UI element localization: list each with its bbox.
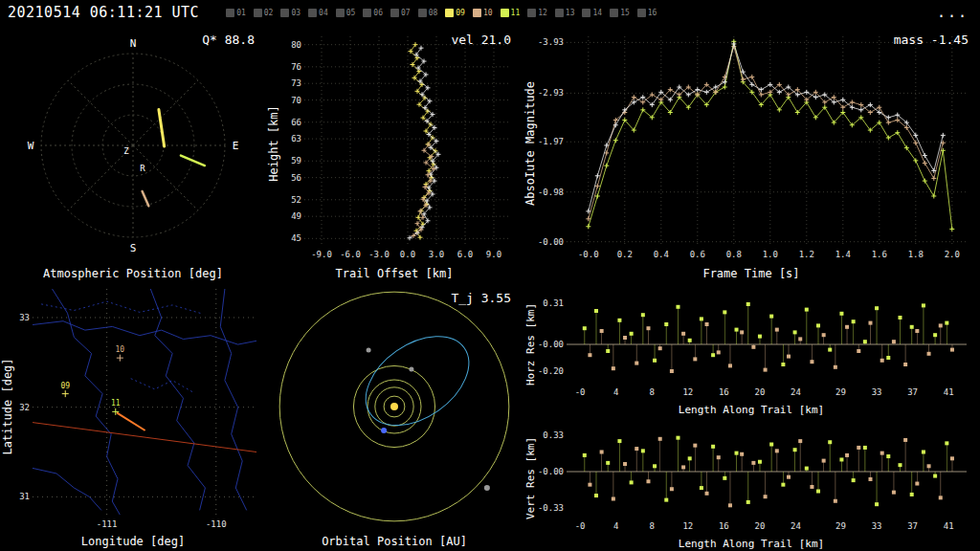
svg-text:W: W: [28, 140, 34, 152]
station-indicator-06[interactable]: 06: [363, 9, 383, 17]
station-swatch-icon: [637, 9, 646, 17]
panel-light-curve: mass -1.45 AbsoIute Magnitude -0.00.20.4…: [523, 25, 980, 283]
trail-offset-axis-label: Trail Offset [km]: [266, 267, 523, 280]
svg-text:29: 29: [835, 521, 846, 531]
station-swatch-icon: [226, 9, 234, 17]
svg-text:76: 76: [291, 62, 301, 72]
station-indicator-13[interactable]: 13: [555, 9, 575, 17]
svg-text:-0.20: -0.20: [538, 366, 564, 376]
svg-text:-3.93: -3.93: [538, 37, 564, 47]
svg-text:-0.98: -0.98: [538, 187, 564, 197]
station-swatch-icon: [445, 9, 454, 17]
q-value-label: Q* 88.8: [202, 33, 255, 47]
trail-offset-chart: -9.0-6.0-3.00.03.06.09.04549525659636670…: [279, 29, 519, 262]
atmospheric-position-polar-plot: NSWEZR: [17, 31, 249, 260]
svg-text:37: 37: [907, 521, 918, 531]
svg-text:1.0: 1.0: [763, 250, 778, 259]
svg-text:Z: Z: [123, 146, 129, 156]
vertical-residuals-chart: -04812162024293337410.33-0.00-0.33: [534, 419, 976, 534]
station-indicator-10[interactable]: 10: [473, 9, 493, 17]
svg-text:49: 49: [291, 211, 301, 221]
station-indicator-09[interactable]: 09: [445, 9, 465, 17]
svg-text:0.0: 0.0: [400, 250, 415, 259]
station-number: 16: [648, 9, 657, 17]
svg-text:4: 4: [613, 387, 618, 397]
svg-text:-0.00: -0.00: [538, 237, 564, 247]
station-swatch-icon: [363, 9, 371, 17]
svg-text:32: 32: [19, 403, 30, 412]
svg-text:-111: -111: [97, 519, 118, 529]
svg-text:37: 37: [907, 387, 918, 397]
svg-text:-0.0: -0.0: [578, 250, 599, 259]
station-indicator-03[interactable]: 03: [280, 9, 301, 17]
station-indicator-16[interactable]: 16: [637, 9, 657, 17]
light-curve-chart: -0.00.20.40.60.81.01.21.41.61.82.0-3.93-…: [534, 29, 976, 262]
station-indicator-05[interactable]: 05: [336, 9, 356, 17]
station-indicator-04[interactable]: 04: [308, 9, 328, 17]
station-indicator-15[interactable]: 15: [610, 9, 630, 17]
svg-text:-9.0: -9.0: [311, 250, 332, 259]
svg-text:-0: -0: [575, 387, 586, 397]
station-swatch-icon: [501, 9, 509, 17]
svg-text:59: 59: [291, 156, 301, 165]
svg-text:41: 41: [944, 387, 954, 397]
svg-text:4: 4: [613, 521, 618, 531]
station-indicator-14[interactable]: 14: [582, 9, 602, 17]
station-swatch-icon: [610, 9, 618, 17]
svg-text:20: 20: [755, 521, 766, 531]
station-swatch-icon: [308, 9, 317, 17]
station-number: 03: [291, 9, 301, 17]
station-swatch-icon: [280, 9, 289, 17]
svg-text:56: 56: [291, 173, 301, 183]
horz-length-axis-label: Length Along Trail [km]: [523, 404, 980, 416]
station-indicator-11[interactable]: 11: [501, 9, 521, 17]
svg-text:8: 8: [650, 521, 655, 531]
station-indicator-01[interactable]: 01: [226, 9, 246, 17]
panel-horizontal-residuals: Horz Res [km] -04812162024293337410.31-0…: [523, 283, 980, 417]
station-swatch-icon: [390, 9, 399, 17]
svg-text:09: 09: [60, 382, 70, 390]
height-axis-label: Height [km]: [267, 105, 280, 181]
station-swatch-icon: [582, 9, 590, 17]
station-indicator-12[interactable]: 12: [527, 9, 547, 17]
svg-text:1.8: 1.8: [908, 250, 924, 259]
svg-text:-3.0: -3.0: [368, 250, 390, 259]
svg-text:-1.97: -1.97: [538, 137, 564, 146]
station-number: 07: [401, 9, 411, 17]
station-swatch-icon: [336, 9, 345, 17]
svg-text:0.4: 0.4: [654, 250, 669, 259]
svg-text:20: 20: [755, 387, 766, 397]
svg-text:N: N: [130, 37, 137, 50]
svg-text:12: 12: [682, 387, 693, 397]
station-swatch-icon: [527, 9, 536, 17]
svg-text:0.33: 0.33: [543, 430, 564, 440]
station-indicator-07[interactable]: 07: [390, 9, 411, 17]
ground-track-map: -111-110313233091011: [11, 285, 260, 532]
svg-text:10: 10: [115, 345, 124, 354]
svg-text:0.8: 0.8: [726, 250, 742, 259]
station-number: 11: [511, 9, 521, 17]
station-indicator-02[interactable]: 02: [254, 9, 274, 17]
station-indicator-08[interactable]: 08: [418, 9, 438, 17]
svg-text:0.31: 0.31: [543, 298, 564, 308]
orbital-position-axis-label: Orbital Position [AU]: [266, 535, 523, 548]
svg-text:63: 63: [291, 134, 301, 143]
orbital-position-plot: [266, 285, 523, 528]
timestamp: 20210514 06:11:21 UTC: [8, 4, 199, 21]
svg-text:R: R: [140, 164, 145, 173]
svg-text:33: 33: [872, 521, 882, 531]
svg-text:31: 31: [19, 492, 30, 501]
longitude-axis-label: Longitude [deg]: [0, 535, 266, 548]
station-number: 08: [429, 9, 438, 17]
station-swatch-icon: [555, 9, 564, 17]
svg-text:-0.00: -0.00: [538, 467, 564, 476]
svg-text:3.0: 3.0: [429, 250, 444, 259]
station-number: 05: [346, 9, 356, 17]
overflow-menu-icon[interactable]: ...: [937, 4, 969, 21]
station-swatch-icon: [473, 9, 481, 17]
vert-length-axis-label: Length Along Trail [km]: [523, 538, 980, 550]
svg-text:-2.93: -2.93: [538, 88, 564, 98]
panel-atmospheric-position: Q* 88.8 NSWEZR Atmospheric Position [deg…: [0, 25, 266, 283]
svg-text:-0: -0: [575, 521, 586, 531]
station-number: 09: [456, 9, 465, 17]
